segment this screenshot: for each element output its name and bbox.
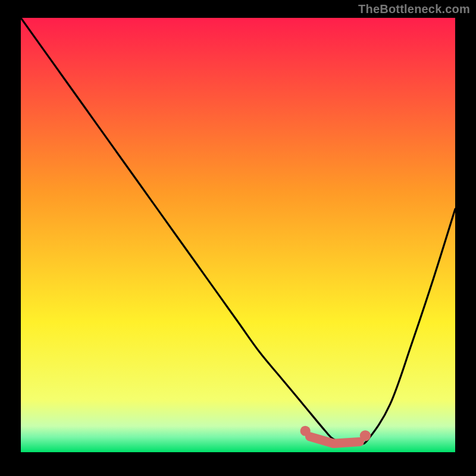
- plot-background: [21, 18, 455, 452]
- watermark-label: TheBottleneck.com: [358, 2, 470, 16]
- svg-point-4: [360, 430, 371, 441]
- svg-line-3: [334, 441, 360, 443]
- bottleneck-chart: [0, 0, 476, 476]
